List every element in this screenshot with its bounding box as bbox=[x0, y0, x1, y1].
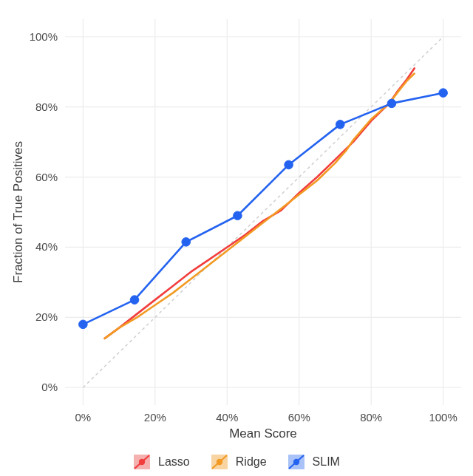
svg-point-20 bbox=[293, 459, 299, 465]
legend-label: Ridge bbox=[236, 455, 267, 469]
calibration-chart: 0%20%40%60%80%100%0%20%40%60%80%100%Mean… bbox=[0, 0, 473, 476]
series-line-lasso bbox=[105, 68, 415, 338]
x-tick-label: 80% bbox=[360, 411, 382, 424]
series-point-slim bbox=[234, 211, 242, 220]
legend-item-slim: SLIM bbox=[287, 454, 340, 470]
series-point-slim bbox=[130, 296, 139, 305]
legend: LassoRidgeSLIM bbox=[0, 454, 473, 470]
x-tick-label: 60% bbox=[288, 411, 310, 424]
x-tick-label: 100% bbox=[429, 411, 457, 424]
chart-svg: 0%20%40%60%80%100%0%20%40%60%80%100%Mean… bbox=[0, 0, 473, 476]
legend-swatch-icon bbox=[133, 454, 151, 470]
legend-label: SLIM bbox=[313, 455, 340, 469]
series-point-slim bbox=[336, 120, 344, 129]
series-point-slim bbox=[285, 160, 293, 169]
legend-item-ridge: Ridge bbox=[211, 454, 267, 470]
series-line-slim bbox=[83, 93, 443, 324]
identity-line bbox=[83, 37, 443, 388]
y-tick-label: 100% bbox=[30, 30, 58, 43]
x-tick-label: 20% bbox=[144, 411, 166, 424]
svg-point-17 bbox=[217, 459, 222, 465]
y-tick-label: 0% bbox=[41, 381, 58, 393]
y-tick-label: 60% bbox=[35, 171, 58, 183]
legend-swatch-icon bbox=[287, 454, 305, 470]
y-tick-label: 80% bbox=[35, 101, 58, 113]
x-tick-label: 0% bbox=[75, 411, 92, 424]
y-tick-label: 40% bbox=[35, 240, 58, 253]
y-axis-label: Fraction of True Positives bbox=[11, 141, 25, 283]
legend-item-lasso: Lasso bbox=[133, 454, 190, 470]
series-point-slim bbox=[182, 238, 191, 247]
svg-point-14 bbox=[139, 459, 145, 465]
series-point-slim bbox=[439, 89, 448, 98]
legend-label: Lasso bbox=[158, 455, 190, 469]
y-tick-label: 20% bbox=[35, 310, 58, 323]
x-axis-label: Mean Score bbox=[229, 426, 297, 441]
x-tick-label: 40% bbox=[216, 411, 238, 424]
legend-swatch-icon bbox=[211, 454, 228, 470]
series-point-slim bbox=[79, 320, 88, 329]
series-point-slim bbox=[387, 99, 396, 108]
